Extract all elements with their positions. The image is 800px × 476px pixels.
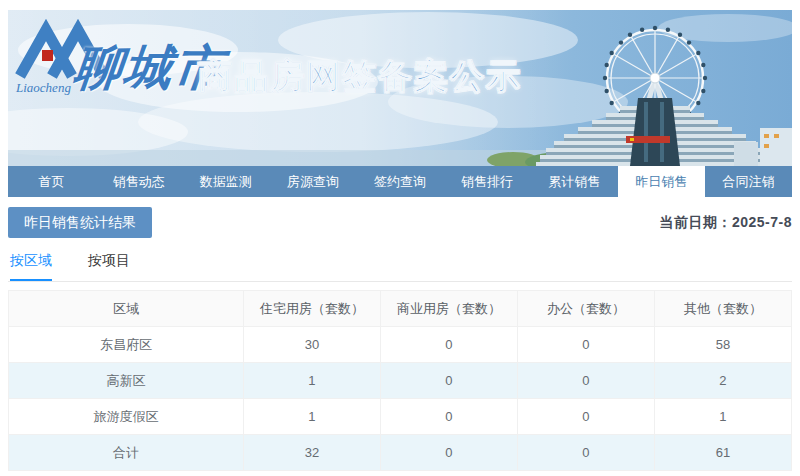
- column-header: 其他（套数）: [654, 291, 791, 327]
- value-cell: 0: [380, 327, 517, 363]
- value-cell: 61: [654, 435, 791, 471]
- value-cell: 30: [243, 327, 380, 363]
- view-tabs: 按区域按项目: [8, 252, 792, 282]
- nav-item-link[interactable]: 签约查询: [356, 166, 443, 197]
- stats-table: 区域住宅用房（套数）商业用房（套数）办公（套数）其他（套数） 东昌府区30005…: [8, 290, 792, 471]
- current-date-value: 2025-7-8: [732, 214, 792, 230]
- column-header: 住宅用房（套数）: [243, 291, 380, 327]
- column-header: 办公（套数）: [517, 291, 654, 327]
- value-cell: 0: [380, 435, 517, 471]
- value-cell: 58: [654, 327, 791, 363]
- region-cell: 高新区: [9, 363, 244, 399]
- table-header-row: 区域住宅用房（套数）商业用房（套数）办公（套数）其他（套数）: [9, 291, 792, 327]
- value-cell: 0: [517, 363, 654, 399]
- main-nav: 首页销售动态数据监测房源查询签约查询销售排行累计销售昨日销售合同注销: [8, 166, 792, 197]
- value-cell: 0: [380, 399, 517, 435]
- nav-item-active[interactable]: 昨日销售: [618, 166, 705, 197]
- current-date: 当前日期：2025-7-8: [659, 214, 792, 232]
- value-cell: 1: [654, 399, 791, 435]
- nav-item-link[interactable]: 合同注销: [705, 166, 792, 197]
- table-row: 合计320061: [9, 435, 792, 471]
- banner-title: 商品房网签备案公示: [198, 54, 522, 100]
- table-row: 旅游度假区1001: [9, 399, 792, 435]
- title-row: 昨日销售统计结果 当前日期：2025-7-8: [8, 207, 792, 238]
- nav-item-link[interactable]: 累计销售: [531, 166, 618, 197]
- header-banner: Liaocheng 聊城市 商品房网签备案公示: [8, 10, 792, 166]
- nav-item-link[interactable]: 首页: [8, 166, 95, 197]
- page: Liaocheng 聊城市 商品房网签备案公示 首页销售动态数据监测房源查询签约…: [8, 10, 792, 471]
- nav-item-link[interactable]: 数据监测: [182, 166, 269, 197]
- column-header: 商业用房（套数）: [380, 291, 517, 327]
- tab-inactive[interactable]: 按项目: [88, 252, 130, 281]
- column-header: 区域: [9, 291, 244, 327]
- table-body: 东昌府区300058高新区1002旅游度假区1001合计320061: [9, 327, 792, 471]
- logo-script-text: Liaocheng: [15, 80, 71, 95]
- nav-item-link[interactable]: 销售动态: [95, 166, 182, 197]
- value-cell: 1: [243, 363, 380, 399]
- nav-item-link[interactable]: 销售排行: [444, 166, 531, 197]
- table-row: 东昌府区300058: [9, 327, 792, 363]
- value-cell: 0: [517, 435, 654, 471]
- value-cell: 32: [243, 435, 380, 471]
- region-cell: 合计: [9, 435, 244, 471]
- value-cell: 2: [654, 363, 791, 399]
- tab-active[interactable]: 按区域: [10, 252, 52, 281]
- region-cell: 旅游度假区: [9, 399, 244, 435]
- value-cell: 0: [380, 363, 517, 399]
- nav-item-link[interactable]: 房源查询: [269, 166, 356, 197]
- region-cell: 东昌府区: [9, 327, 244, 363]
- value-cell: 0: [517, 327, 654, 363]
- current-date-label: 当前日期：: [659, 214, 732, 230]
- table-row: 高新区1002: [9, 363, 792, 399]
- value-cell: 0: [517, 399, 654, 435]
- section-title-badge: 昨日销售统计结果: [8, 207, 152, 238]
- value-cell: 1: [243, 399, 380, 435]
